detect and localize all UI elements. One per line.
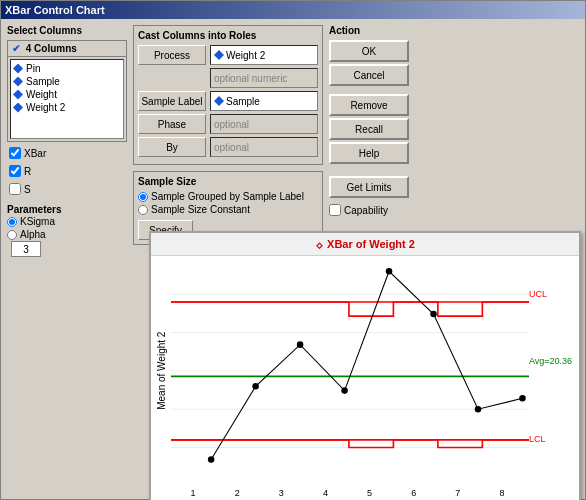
avg-label: Avg=20.36 [529,356,572,366]
remove-button[interactable]: Remove [329,94,409,116]
alpha-radio[interactable] [7,230,17,240]
svg-point-15 [208,456,215,463]
phase-field[interactable]: optional [210,114,318,134]
constant-label: Sample Size Constant [151,204,250,215]
capability-row: Capability [329,204,419,216]
r-checkbox-row: R [7,164,127,178]
help-button[interactable]: Help [329,142,409,164]
x-axis-ticks: 1 2 3 4 5 6 7 8 [151,486,579,498]
capability-label: Capability [344,205,388,216]
columns-list[interactable]: Pin Sample Weight Weight 2 [10,59,124,139]
optional-numeric-row: optional numeric [138,68,318,88]
recall-button[interactable]: Recall [329,118,409,140]
column-icon [214,96,224,106]
optional-numeric-field[interactable]: optional numeric [210,68,318,88]
xbar-checkbox[interactable] [9,147,21,159]
columns-box: ✔ 4 Columns Pin Sample [7,40,127,142]
sample-size-title: Sample Size [138,176,318,187]
column-icon [13,64,23,74]
alpha-row: Alpha [7,228,127,241]
s-label: S [24,184,31,195]
r-checkbox[interactable] [9,165,21,177]
sample-label-value: Sample [226,96,260,107]
roles-title: Cast Columns into Roles [138,30,318,41]
ksigma-radio[interactable] [7,217,17,227]
chart-title: ⬦ XBar of Weight 2 [151,233,579,256]
parameters-label: Parameters [7,204,127,215]
svg-point-21 [475,406,482,413]
s-checkbox[interactable] [9,183,21,195]
s-checkbox-row: S [7,182,127,196]
ucl-label: UCL [529,289,547,299]
sample-label-field[interactable]: Sample [210,91,318,111]
chart-svg: 18 19 20 21 22 23 [171,256,529,486]
xbar-checkbox-row: XBar [7,146,127,160]
select-columns-label: Select Columns [7,25,127,36]
main-window: XBar Control Chart Select Columns ✔ 4 Co… [0,0,586,500]
column-icon [214,50,224,60]
grouped-radio-row: Sample Grouped by Sample Label [138,190,318,203]
process-role-row: Process Weight 2 [138,45,318,65]
svg-point-19 [386,268,393,275]
list-item: Weight [13,88,121,101]
grouped-label: Sample Grouped by Sample Label [151,191,304,202]
sample-label-button[interactable]: Sample Label [138,91,206,111]
phase-placeholder: optional [214,119,249,130]
list-item: Pin [13,62,121,75]
phase-role-row: Phase optional [138,114,318,134]
window-title: XBar Control Chart [5,4,105,16]
alpha-label: Alpha [20,229,46,240]
title-bar: XBar Control Chart [1,1,585,19]
constant-radio[interactable] [138,205,148,215]
ok-button[interactable]: OK [329,40,409,62]
right-panel: Action OK Cancel Remove Recall Help Get … [329,25,419,243]
by-role-row: By optional [138,137,318,157]
column-icon [13,103,23,113]
ksigma-label: KSigma [20,216,55,227]
grouped-radio[interactable] [138,192,148,202]
roles-box: Cast Columns into Roles Process Weight 2… [133,25,323,165]
ksigma-row: KSigma [7,215,127,228]
sample-label-role-row: Sample Label Sample [138,91,318,111]
columns-header: ✔ 4 Columns [8,41,126,57]
x-axis-area: 1 2 3 4 5 6 7 8 Sample [151,486,579,500]
parameters-section: Parameters KSigma Alpha [7,204,127,257]
left-panel: Select Columns ✔ 4 Columns Pin Sample [7,25,127,243]
action-title: Action [329,25,419,36]
sigma-value-input[interactable] [11,241,41,257]
column-icon [13,77,23,87]
xbar-label: XBar [24,148,46,159]
svg-point-16 [252,383,259,390]
r-label: R [24,166,31,177]
phase-button[interactable]: Phase [138,114,206,134]
middle-panel: Cast Columns into Roles Process Weight 2… [133,25,323,243]
cancel-button[interactable]: Cancel [329,64,409,86]
by-placeholder: optional [214,142,249,153]
process-field[interactable]: Weight 2 [210,45,318,65]
optional-numeric-label: optional numeric [214,73,287,84]
lcl-label: LCL [529,434,546,444]
by-field[interactable]: optional [210,137,318,157]
y-axis-label: Mean of Weight 2 [151,256,171,486]
get-limits-button[interactable]: Get Limits [329,176,409,198]
chart-panel: ⬦ XBar of Weight 2 Mean of Weight 2 [149,231,581,500]
svg-point-22 [519,395,526,402]
svg-point-20 [430,311,437,318]
list-item: Sample [13,75,121,88]
list-item: Weight 2 [13,101,121,114]
constant-radio-row: Sample Size Constant [138,203,318,216]
process-value: Weight 2 [226,50,265,61]
column-icon [13,90,23,100]
svg-point-18 [341,387,348,394]
by-button[interactable]: By [138,137,206,157]
process-button[interactable]: Process [138,45,206,65]
svg-point-17 [297,341,304,348]
capability-checkbox[interactable] [329,204,341,216]
